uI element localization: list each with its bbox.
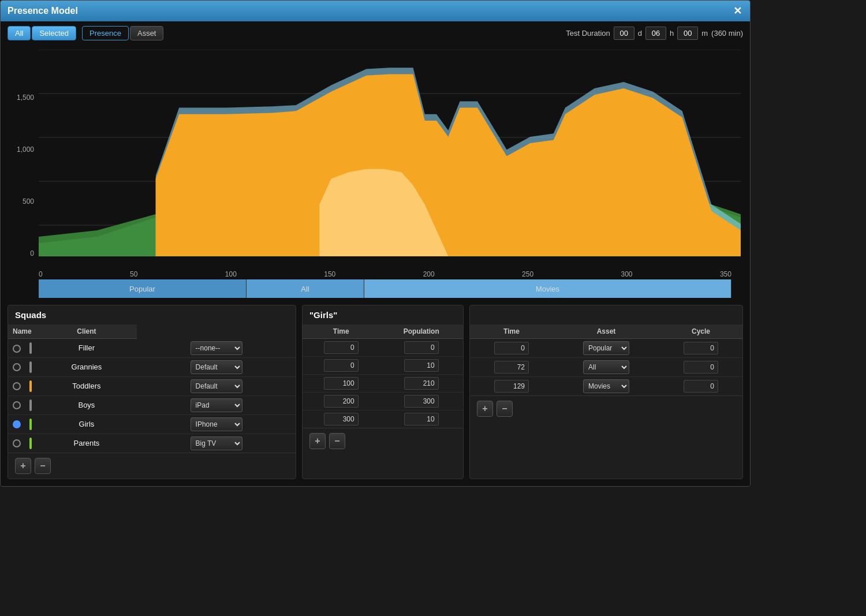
asset-title (470, 305, 742, 324)
asset-cycle-cell[interactable]: 0 (659, 358, 742, 377)
asset-row: 0 Popular All Movies 0 (470, 339, 742, 358)
asset-button[interactable]: Asset (130, 26, 164, 40)
girls-time-cell[interactable]: 300 (303, 410, 379, 428)
squad-color-bar (29, 419, 32, 430)
duration-minutes-input[interactable] (677, 27, 698, 40)
asset-asset-select[interactable]: Popular All Movies (583, 341, 629, 355)
squad-radio[interactable] (13, 382, 21, 390)
girls-population[interactable]: 210 (404, 377, 439, 390)
squad-client-cell[interactable]: iPad Default iPad IPhone Big TV --none-- (137, 395, 296, 415)
asset-asset-select[interactable]: Popular All Movies (583, 379, 629, 393)
asset-asset-cell[interactable]: Popular All Movies (553, 377, 659, 396)
x-250: 250 (522, 270, 533, 278)
squad-client-select[interactable]: Default Default iPad IPhone Big TV --non… (191, 379, 242, 393)
squads-add-button[interactable]: + (15, 458, 31, 474)
segments-bar: Popular All Movies (39, 279, 731, 298)
girls-population[interactable]: 0 (404, 341, 439, 354)
squad-client-select[interactable]: --none-- Default iPad IPhone Big TV --no… (191, 341, 242, 355)
girls-population-cell[interactable]: 210 (379, 375, 463, 393)
all-button[interactable]: All (8, 26, 31, 40)
girls-time[interactable]: 100 (324, 377, 359, 390)
girls-population-cell[interactable]: 300 (379, 393, 463, 410)
squad-radio-cell[interactable] (8, 395, 25, 415)
girls-title: "Girls" (303, 305, 463, 324)
asset-row: 72 Popular All Movies 0 (470, 358, 742, 377)
duration-hours-input[interactable] (645, 27, 666, 40)
squad-client-select[interactable]: IPhone Default iPad IPhone Big TV --none… (191, 417, 242, 431)
asset-asset-select[interactable]: Popular All Movies (583, 360, 629, 374)
asset-time-cell[interactable]: 0 (470, 339, 553, 358)
squad-client-cell[interactable]: Default Default iPad IPhone Big TV --non… (137, 357, 296, 376)
girls-population-cell[interactable]: 10 (379, 410, 463, 428)
asset-add-button[interactable]: + (477, 401, 493, 417)
x-50: 50 (130, 270, 137, 278)
girls-population[interactable]: 10 (404, 413, 439, 425)
squads-panel: Squads Name Client Filler --none-- Defau… (8, 305, 296, 479)
girls-time-cell[interactable]: 0 (303, 357, 379, 375)
squad-radio[interactable] (13, 345, 21, 353)
girls-add-button[interactable]: + (309, 433, 326, 449)
girls-population[interactable]: 10 (404, 359, 439, 372)
girls-time-cell[interactable]: 200 (303, 393, 379, 410)
close-button[interactable]: ✕ (731, 5, 743, 17)
squad-radio-cell[interactable] (8, 434, 25, 453)
squad-radio[interactable] (13, 363, 21, 371)
squad-color-bar (29, 342, 32, 354)
squad-client-cell[interactable]: IPhone Default iPad IPhone Big TV --none… (137, 415, 296, 434)
girls-time[interactable]: 200 (324, 395, 359, 408)
squad-client-select[interactable]: Default Default iPad IPhone Big TV --non… (191, 360, 242, 374)
girls-time[interactable]: 0 (324, 359, 359, 372)
squads-table: Name Client Filler --none-- Default iPad… (8, 324, 296, 453)
girls-row: 0 0 (303, 339, 463, 357)
asset-time-cell[interactable]: 72 (470, 358, 553, 377)
asset-time[interactable]: 129 (494, 380, 529, 393)
asset-asset-cell[interactable]: Popular All Movies (553, 358, 659, 377)
presence-button[interactable]: Presence (82, 26, 129, 40)
girls-population-cell[interactable]: 0 (379, 339, 463, 357)
toolbar: All Selected Presence Asset Test Duratio… (1, 21, 750, 45)
squad-radio-cell[interactable] (8, 357, 25, 376)
squads-remove-button[interactable]: − (35, 458, 51, 474)
squad-radio[interactable] (13, 401, 21, 409)
duration-days-input[interactable] (614, 27, 634, 40)
girls-population-cell[interactable]: 10 (379, 357, 463, 375)
squad-row: Parents Big TV Default iPad IPhone Big T… (8, 434, 296, 453)
squad-client-cell[interactable]: --none-- Default iPad IPhone Big TV --no… (137, 339, 296, 358)
squad-color-cell (25, 434, 36, 453)
girls-population[interactable]: 300 (404, 395, 439, 408)
asset-cycle[interactable]: 0 (684, 361, 718, 374)
squad-client-cell[interactable]: Big TV Default iPad IPhone Big TV --none… (137, 434, 296, 453)
squad-radio[interactable] (13, 420, 21, 428)
squad-radio-cell[interactable] (8, 415, 25, 434)
squad-client-select[interactable]: iPad Default iPad IPhone Big TV --none-- (191, 398, 242, 412)
girls-row: 300 10 (303, 410, 463, 428)
squad-col-client: Client (36, 324, 137, 339)
squad-name: Filler (36, 339, 137, 358)
girls-remove-button[interactable]: − (329, 433, 345, 449)
asset-cycle[interactable]: 0 (684, 380, 718, 393)
girls-time-cell[interactable]: 100 (303, 375, 379, 393)
selected-button[interactable]: Selected (32, 26, 76, 40)
squad-row: Toddlers Default Default iPad IPhone Big… (8, 376, 296, 395)
girls-time[interactable]: 300 (324, 413, 359, 425)
squad-client-cell[interactable]: Default Default iPad IPhone Big TV --non… (137, 376, 296, 395)
girls-time-cell[interactable]: 0 (303, 339, 379, 357)
squad-name: Grannies (36, 357, 137, 376)
squad-client-select[interactable]: Big TV Default iPad IPhone Big TV --none… (191, 436, 242, 450)
asset-row: 129 Popular All Movies 0 (470, 377, 742, 396)
girls-time[interactable]: 0 (324, 341, 359, 354)
asset-asset-cell[interactable]: Popular All Movies (553, 339, 659, 358)
x-150: 150 (324, 270, 335, 278)
squad-radio-cell[interactable] (8, 339, 25, 358)
asset-cycle-cell[interactable]: 0 (659, 339, 742, 358)
squad-radio-cell[interactable] (8, 376, 25, 395)
x-350: 350 (720, 270, 731, 278)
squad-radio[interactable] (13, 439, 21, 447)
asset-cycle[interactable]: 0 (684, 342, 718, 354)
asset-remove-button[interactable]: − (497, 401, 513, 417)
asset-cycle-cell[interactable]: 0 (659, 377, 742, 396)
asset-time[interactable]: 72 (494, 361, 529, 374)
asset-time[interactable]: 0 (494, 342, 529, 354)
squad-color-cell (25, 376, 36, 395)
asset-time-cell[interactable]: 129 (470, 377, 553, 396)
